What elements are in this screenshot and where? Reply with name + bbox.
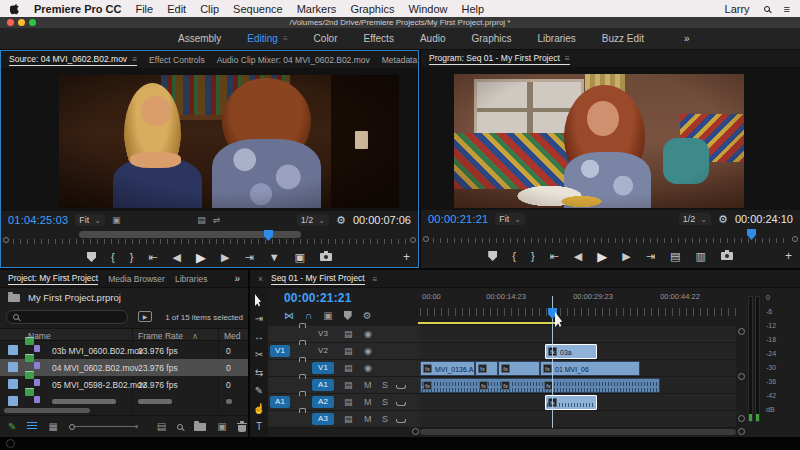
workspace-graphics[interactable]: Graphics [471,33,511,44]
tab-sequence[interactable]: Seq 01 - My First Project [271,273,365,285]
program-scrubber[interactable] [421,228,800,246]
tab-effect-controls[interactable]: Effect Controls [149,55,205,65]
eye-icon[interactable]: ◉ [364,346,372,356]
panel-menu-icon[interactable]: ≡ [132,54,137,64]
tab-source[interactable]: Source: 04 MVI_0602.B02.mov≡ [9,54,137,66]
workspace-overflow-icon[interactable]: » [684,33,690,44]
output-settings-icon[interactable]: ▤ [197,215,206,225]
workspace-buzz-edit[interactable]: Buzz Edit [602,33,644,44]
wrench-icon[interactable]: ⚙ [718,213,728,226]
workspace-libraries[interactable]: Libraries [538,33,576,44]
menu-graphics[interactable]: Graphics [350,3,394,15]
menu-sequence[interactable]: Sequence [233,3,283,15]
type-tool-icon[interactable]: T [250,418,268,434]
close-panel-icon[interactable]: × [258,274,263,284]
step-forward-icon[interactable]: ▶ [221,251,229,264]
clip-a1-audio[interactable]: fx fx fx fx [420,378,660,393]
in-out-filter-icon[interactable]: ▶ [138,311,152,322]
clip-v1-segment[interactable]: fx 01 MVI_06 [540,361,640,376]
automate-to-sequence-icon[interactable]: ▤ [157,421,166,432]
menu-edit[interactable]: Edit [167,3,186,15]
sync-lock-icon[interactable]: ▤ [344,380,353,390]
app-menu[interactable]: Premiere Pro CC [34,3,121,15]
program-timecode[interactable]: 00:00:21:21 [428,213,488,225]
track-content-a2[interactable]: fx [420,394,736,411]
clip-v1-segment[interactable]: fx MVI_0136.A [420,361,475,376]
track-name[interactable]: V2 [312,345,334,357]
ripple-edit-tool-icon[interactable]: ↔ [250,328,268,344]
find-icon[interactable] [177,424,183,430]
clear-trash-icon[interactable] [238,425,246,432]
workspace-editing[interactable]: Editing≡ [247,33,287,44]
solo-button[interactable]: S [382,414,388,424]
slip-tool-icon[interactable]: ⇆ [250,364,268,380]
track-resize-handle[interactable] [738,373,745,380]
scroll-left-handle[interactable] [3,237,9,243]
track-name-targeted[interactable]: A1 [312,379,334,391]
close-window-button[interactable] [7,19,14,26]
safe-margins-icon[interactable]: ▣ [112,215,121,225]
scroll-right-handle[interactable] [410,237,416,243]
mark-in-icon[interactable]: { [111,251,115,263]
column-med[interactable]: Med [224,331,241,341]
timeline-scrollbar[interactable] [420,429,736,435]
track-resize-handle[interactable] [738,328,745,335]
list-column-header[interactable]: Name Frame Rate ∧ Med [0,328,248,341]
track-content-v1[interactable]: fx MVI_0136.A fx fx fx 01 MVI_06 [420,360,736,377]
track-content-a3[interactable] [420,411,736,428]
sync-lock-icon[interactable]: ▤ [344,329,353,339]
menu-file[interactable]: File [135,3,153,15]
horizontal-scrollbar-thumb[interactable] [4,408,90,413]
new-bin-icon[interactable] [194,423,206,431]
goto-out-icon[interactable]: ⇥ [646,250,655,263]
workspace-assembly[interactable]: Assembly [178,33,221,44]
track-name-targeted[interactable]: A2 [312,396,334,408]
button-editor-icon[interactable]: + [403,250,410,264]
snap-icon[interactable]: ∩ [305,310,312,321]
tab-media-browser[interactable]: Media Browser [108,274,165,284]
export-frame-icon[interactable] [320,253,332,261]
source-patch-a1[interactable]: A1 [270,396,290,408]
icon-view-icon[interactable]: ▦ [48,421,57,432]
add-marker-icon[interactable] [488,251,497,261]
scroll-right-handle[interactable] [738,428,745,435]
tab-program[interactable]: Program: Seq 01 - My First Project≡ [429,53,570,65]
sync-lock-icon[interactable]: ▤ [344,363,353,373]
overwrite-icon[interactable]: ▣ [295,251,305,264]
clip-v1-segment[interactable]: fx [498,361,540,376]
tab-overflow-icon[interactable]: » [234,273,240,284]
wrench-icon[interactable]: ⚙ [336,214,346,227]
scroll-right-handle[interactable] [792,236,798,242]
nested-sequence-icon[interactable]: ▣ [323,310,332,321]
workspace-color[interactable]: Color [314,33,338,44]
mute-button[interactable]: M [364,414,372,424]
play-icon[interactable]: ▶ [597,249,607,264]
eye-icon[interactable]: ◉ [364,363,372,373]
scroll-left-handle[interactable] [412,428,419,435]
track-name-targeted[interactable]: V1 [312,362,334,374]
tab-metadata[interactable]: Metadata [382,55,417,65]
clip-row-selected[interactable]: 04 MVI_0602.B02.mov 23.976 fps 0 [0,359,248,376]
track-select-tool-icon[interactable]: ⇥ [250,310,268,326]
work-area-bar[interactable] [418,322,556,324]
clip-color-label[interactable] [8,362,18,372]
user-menu[interactable]: Larry [725,3,750,15]
project-search-input[interactable] [6,310,128,324]
timeline-ruler[interactable]: 00:00 00:00:14:23 00:00:29:23 00:00:44:2… [420,292,736,322]
panel-menu-icon[interactable]: ≡ [565,53,570,63]
sync-lock-icon[interactable]: ▤ [344,346,353,356]
step-back-icon[interactable]: ◀ [173,251,181,264]
mute-button[interactable]: M [364,397,372,407]
razor-tool-icon[interactable]: ✂ [250,346,268,362]
insert-icon[interactable]: ▼ [269,251,280,263]
mark-in-icon[interactable]: { [512,250,516,262]
clip-row[interactable]: 05 MVI_0598-2.B02.mov 23.976 fps 0 [0,376,248,393]
program-zoom-dropdown[interactable]: 1/2⌄ [679,213,711,225]
goto-in-icon[interactable]: ⇤ [148,251,157,264]
menu-help[interactable]: Help [462,3,485,15]
project-breadcrumb[interactable]: My First Project.prproj [8,292,121,303]
scroll-left-handle[interactable] [423,236,429,242]
clip-color-label[interactable] [8,396,18,406]
button-editor-icon[interactable]: + [785,249,792,263]
track-content-v3[interactable] [420,326,736,343]
